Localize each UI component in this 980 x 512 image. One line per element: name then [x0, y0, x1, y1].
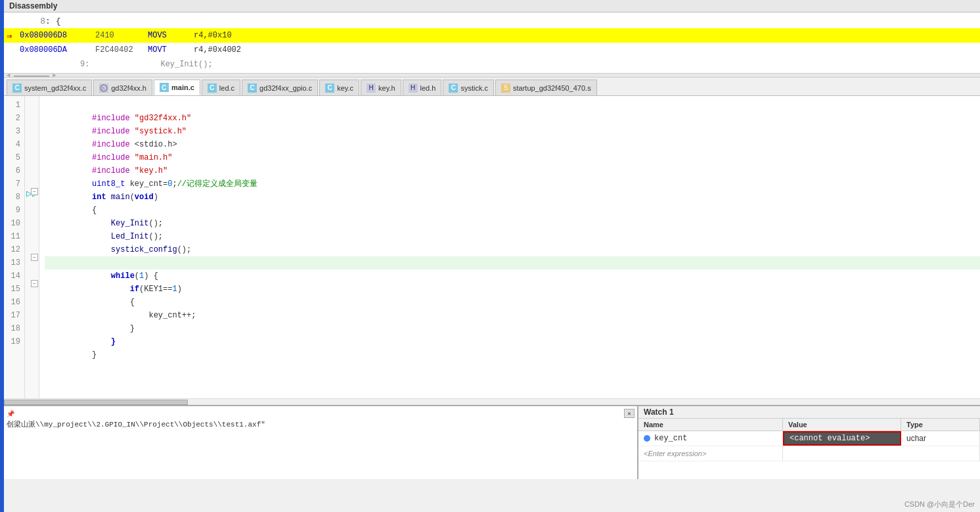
watch-cell-name-2[interactable]: <Enter expression>	[638, 446, 783, 461]
disasm-line-2: 0x080006DA F2C40402 MOVT r4,#0x4002	[4, 43, 980, 57]
code-line-5: #include "key.h"	[45, 151, 980, 164]
watch-title: Watch 1	[638, 406, 980, 419]
code-line-11: systick_config();	[45, 230, 980, 243]
gutter: ▷▷ − − −	[25, 96, 39, 398]
tab-key-h[interactable]: H key.h	[361, 80, 401, 95]
tab-system-gd32f4xx-c[interactable]: C system_gd32f4xx.c	[7, 80, 92, 95]
watch-row-enter[interactable]: <Enter expression>	[638, 446, 980, 461]
code-line-1: #include "gd32f4xx.h"	[45, 99, 980, 112]
code-line-14: if(KEY1==1)	[45, 269, 980, 283]
watch-cell-name-1: key_cnt	[638, 431, 783, 446]
watermark: CSDN @小向是个Der	[904, 500, 975, 509]
disasm-arrow-current: ⇒	[7, 30, 20, 41]
watch-col-type: Type	[901, 419, 980, 431]
tab-icon-c-6: C	[449, 83, 458, 93]
tab-icon-h-2: H	[367, 83, 376, 93]
watch-table: Name Value Type key_cnt <cannot evaluate…	[638, 419, 980, 479]
code-line-4: #include "main.h"	[45, 138, 980, 151]
tab-icon-c-3: C	[208, 83, 217, 93]
tab-icon-s-1: S	[501, 83, 510, 93]
bottom-section: 📌 ✕ 创梁山派\\my_project\\2.GPIO_IN\\Project…	[4, 405, 980, 479]
code-container: 1 2 3 4 5 6 7 8 9 10 11 12 13 14 15 16 1…	[4, 96, 980, 398]
tab-icon-c-4: C	[248, 83, 257, 93]
fold-box-15[interactable]: −	[31, 280, 38, 287]
tab-systick-c[interactable]: C systick.c	[443, 80, 494, 95]
output-panel: 📌 ✕ 创梁山派\\my_project\\2.GPIO_IN\\Project…	[4, 406, 638, 479]
panel-pin-icon: 📌	[7, 410, 14, 417]
tab-main-c[interactable]: C main.c	[154, 80, 200, 95]
code-line-13: while(1) {	[45, 256, 980, 269]
disassembly-title: Disassembly	[4, 0, 980, 12]
disasm-scrollbar[interactable]: ◀ ▬▬▬▬▬▬▬▬▬▬ ▶	[4, 73, 980, 77]
tab-icon-c-5: C	[325, 83, 334, 93]
editor-area: 1 2 3 4 5 6 7 8 9 10 11 12 13 14 15 16 1…	[4, 96, 980, 405]
code-lines[interactable]: #include "gd32f4xx.h" #include "systick.…	[39, 96, 980, 398]
tab-gd32f4xx-h[interactable]: h gd32f4xx.h	[93, 80, 152, 95]
watch-dot-1	[644, 435, 650, 442]
code-line-8: {	[45, 191, 980, 204]
code-line-19: }	[45, 335, 980, 348]
code-line-18: }	[45, 322, 980, 335]
tab-led-h[interactable]: H led.h	[403, 80, 442, 95]
svg-text:h: h	[102, 86, 104, 91]
tab-gd32f4xx-gpio-c[interactable]: C gd32f4xx_gpio.c	[242, 80, 318, 95]
watch-header: Name Value Type	[638, 419, 980, 431]
fold-box-8[interactable]: −	[31, 188, 38, 195]
tabs-bar: C system_gd32f4xx.c h gd32f4xx.h C main.…	[4, 78, 980, 96]
watch-col-value: Value	[783, 419, 901, 431]
main-wrapper: Disassembly 8: { ⇒ 0x080006D8 2410 MOVS …	[4, 0, 980, 512]
tab-key-c[interactable]: C key.c	[319, 80, 359, 95]
editor-scrollbar-thumb[interactable]	[4, 400, 188, 405]
tab-icon-h-3: H	[409, 83, 418, 93]
tab-icon-h-1: h	[99, 83, 108, 93]
disasm-line-3: 9: Key_Init();	[4, 57, 980, 72]
tab-startup-s[interactable]: S startup_gd32f450_470.s	[495, 80, 597, 95]
disasm-arrow-1	[7, 16, 20, 26]
watch-cell-value-1: <cannot evaluate>	[783, 431, 901, 446]
disassembly-content: 8: { ⇒ 0x080006D8 2410 MOVS r4,#0x10 0x0…	[4, 12, 980, 73]
watch-cell-type-2	[901, 446, 980, 461]
tab-led-c[interactable]: C led.c	[202, 80, 240, 95]
tab-icon-c-1: C	[12, 83, 22, 93]
panel-close-btn[interactable]: ✕	[624, 409, 635, 418]
watch-cell-value-2	[783, 446, 901, 461]
line-numbers: 1 2 3 4 5 6 7 8 9 10 11 12 13 14 15 16 1…	[4, 96, 25, 398]
editor-scrollbar[interactable]	[4, 398, 980, 405]
disasm-line-current: ⇒ 0x080006D8 2410 MOVS r4,#0x10	[4, 28, 980, 43]
watch-col-name: Name	[638, 419, 783, 431]
disasm-line-1: 8: {	[4, 14, 980, 28]
code-line-9: Key_Init();	[45, 204, 980, 217]
watch-panel: Watch 1 Name Value Type key_cnt <cannot …	[638, 406, 980, 479]
watch-cell-type-1: uchar	[901, 431, 980, 446]
output-text: 创梁山派\\my_project\\2.GPIO_IN\\Project\\Ob…	[7, 419, 635, 429]
fold-box-13[interactable]: −	[31, 254, 38, 261]
watch-row-key-cnt: key_cnt <cannot evaluate> uchar	[638, 431, 980, 446]
code-line-6: uint8_t key_cnt=0;//记得定义成全局变量	[45, 164, 980, 177]
code-line-15: {	[45, 283, 980, 296]
code-line-16: key_cnt++;	[45, 296, 980, 309]
disassembly-panel: Disassembly 8: { ⇒ 0x080006D8 2410 MOVS …	[4, 0, 980, 78]
tab-modified-icon: h	[99, 83, 108, 93]
output-panel-header: 📌 ✕	[7, 409, 635, 418]
code-line-10: Led_Init();	[45, 217, 980, 230]
tab-icon-c-2: C	[160, 83, 169, 92]
